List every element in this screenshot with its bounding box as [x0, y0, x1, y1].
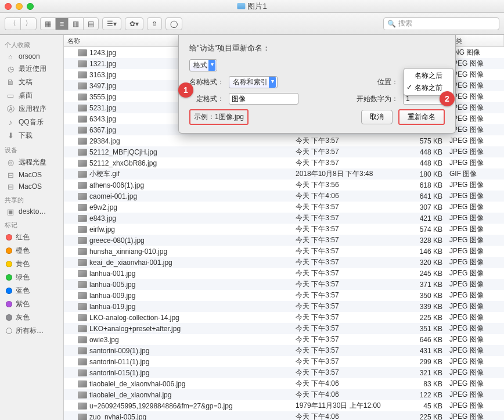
search-input[interactable]: 🔍 搜索 [383, 17, 499, 30]
table-row[interactable]: e9w2.jpg今天 下午3:57307 KBJPEG 图像 [64, 202, 504, 213]
sidebar-item[interactable]: ⊟MacOS [0, 181, 63, 192]
thumbnail-icon [78, 49, 87, 56]
tag-icon [6, 328, 12, 334]
table-row[interactable]: santorini-011(1).jpg今天 下午3:57299 KBJPEG … [64, 356, 504, 367]
file-date: 今天 下午3:57 [292, 279, 405, 289]
custom-format-input[interactable] [229, 93, 298, 105]
file-date: 今天 下午3:57 [292, 224, 405, 234]
thumbnail-icon [78, 314, 87, 321]
file-size: 146 KB [405, 247, 446, 256]
file-size: 245 KB [405, 270, 446, 278]
sidebar-item[interactable]: ♪QQ音乐 [0, 116, 63, 129]
callout-2: 2 [440, 91, 455, 106]
sidebar-item[interactable]: 绿色 [0, 271, 63, 284]
thumbnail-icon [78, 182, 87, 189]
share-button[interactable]: ⇧ [147, 17, 162, 30]
icon-view-button[interactable]: ▦ [40, 17, 55, 30]
table-row[interactable]: lanhua-005.jpg今天 下午3:57371 KBJPEG 图像 [64, 279, 504, 290]
forward-button[interactable]: 〉 [20, 17, 37, 30]
custom-format-label: 定格式： [189, 94, 224, 104]
table-row[interactable]: 52112_MBFjQCjH.jpg今天 下午3:57448 KBJPEG 图像 [64, 146, 504, 157]
sidebar-item[interactable]: ⬇下载 [0, 129, 63, 142]
cancel-button[interactable]: 取消 [361, 110, 393, 124]
sidebar-item[interactable]: ▭桌面 [0, 89, 63, 102]
action-button[interactable]: ✿▾ [125, 17, 143, 30]
sidebar-item[interactable]: ⌂orsoon [0, 51, 63, 62]
table-row[interactable]: tiaobalei_de_xiaonvhai-006.jpg今天 下午4:068… [64, 378, 504, 389]
file-name: 小梗车.gif [64, 169, 292, 179]
rename-button[interactable]: 重新命名 [398, 109, 445, 125]
table-row[interactable]: santorini-009(1).jpg今天 下午3:57431 KBJPEG … [64, 345, 504, 356]
file-date: 今天 下午3:57 [292, 335, 405, 344]
search-icon: 🔍 [387, 20, 396, 28]
thumbnail-icon [78, 60, 87, 67]
table-row[interactable]: athens-006(1).jpg今天 下午3:56618 KBJPEG 图像 [64, 180, 504, 191]
table-row[interactable]: tiaobalei_de_xiaonvhai.jpg今天 下午4:06122 K… [64, 389, 504, 400]
table-row[interactable]: greece-080(1).jpg今天 下午3:57328 KBJPEG 图像 [64, 235, 504, 246]
table-row[interactable]: eirfw.jpg今天 下午3:57574 KBJPEG 图像 [64, 224, 504, 235]
file-date: 今天 下午4:06 [292, 191, 405, 201]
sidebar-item[interactable]: 所有标… [0, 324, 63, 338]
sidebar-item[interactable]: 🗎文稿 [0, 76, 63, 89]
arrange-button[interactable]: ☰▾ [102, 17, 121, 30]
close-icon[interactable] [5, 3, 12, 10]
sidebar-icon: ▣ [6, 207, 15, 216]
table-row[interactable]: caomei-001.jpg今天 下午4:06641 KBJPEG 图像 [64, 191, 504, 202]
sidebar-item[interactable]: ⊟MacOS [0, 169, 63, 181]
sidebar-item[interactable]: ◷最近使用 [0, 62, 63, 76]
sidebar-item[interactable]: ▣deskto… [0, 206, 63, 217]
table-row[interactable]: hunsha_xinniang-010.jpg今天 下午3:57146 KBJP… [64, 246, 504, 257]
file-size: 299 KB [405, 358, 446, 366]
name-format-select[interactable]: 名称和索引 [229, 76, 278, 88]
tags-button[interactable]: ◯ [165, 17, 182, 30]
file-size: 339 KB [405, 303, 446, 311]
back-button[interactable]: 〈 [5, 17, 20, 30]
file-date: 今天 下午3:56 [292, 180, 405, 190]
file-kind: JPEG 图像 [446, 335, 504, 344]
sidebar-item[interactable]: ◎远程光盘 [0, 156, 63, 169]
table-row[interactable]: lanhua-001.jpg今天 下午3:57245 KBJPEG 图像 [64, 268, 504, 279]
file-date: 今天 下午4:06 [292, 379, 405, 389]
table-row[interactable]: e843.jpg今天 下午3:57421 KBJPEG 图像 [64, 213, 504, 224]
thumbnail-icon [78, 380, 87, 387]
sidebar-item[interactable]: 紫色 [0, 297, 63, 311]
thumbnail-icon [78, 248, 87, 255]
table-row[interactable]: santorini-015(1).jpg今天 下午3:57321 KBJPEG … [64, 367, 504, 378]
file-date: 今天 下午3:57 [292, 257, 405, 267]
file-size: 646 KB [405, 336, 446, 344]
column-view-button[interactable]: ▥ [68, 17, 83, 30]
sidebar-item[interactable]: 橙色 [0, 244, 63, 257]
zoom-icon[interactable] [27, 3, 34, 10]
sidebar-item[interactable]: 黄色 [0, 257, 63, 271]
table-row[interactable]: lanhua-009.jpg今天 下午3:57350 KBJPEG 图像 [64, 290, 504, 301]
file-kind: JPEG 图像 [446, 313, 504, 322]
position-after[interactable]: 名称之后 [404, 70, 453, 82]
thumbnail-icon [78, 369, 87, 376]
sidebar-item[interactable]: 灰色 [0, 311, 63, 324]
thumbnail-icon [78, 149, 87, 156]
list-view-button[interactable]: ≡ [55, 17, 68, 30]
table-row[interactable]: u=2609245995,1929884886&fm=27&gp=0.jpg19… [64, 400, 504, 411]
sidebar-item[interactable]: 蓝色 [0, 284, 63, 297]
file-date: 今天 下午3:57 [292, 147, 405, 157]
table-row[interactable]: 29384.jpg今天 下午3:57575 KBJPEG 图像 [64, 135, 504, 146]
table-row[interactable]: lanhua-019.jpg今天 下午3:57339 KBJPEG 图像 [64, 301, 504, 312]
sidebar-item[interactable]: Ⓐ应用程序 [0, 102, 63, 116]
mode-select[interactable]: 格式 [189, 59, 217, 71]
callout-1: 1 [178, 82, 193, 98]
table-row[interactable]: 52112_xhxGbR86.jpg今天 下午3:57448 KBJPEG 图像 [64, 157, 504, 168]
table-row[interactable]: owie3.jpg今天 下午3:57646 KBJPEG 图像 [64, 334, 504, 345]
table-row[interactable]: LKO-analog-collection-14.jpg今天 下午3:57225… [64, 312, 504, 323]
table-row[interactable]: LKO+analog+preset+after.jpg今天 下午3:57351 … [64, 323, 504, 334]
tag-icon [6, 274, 12, 281]
table-row[interactable]: 小梗车.gif2018年10月8日 下午3:48180 KBGIF 图像 [64, 168, 504, 180]
gallery-view-button[interactable]: ▤ [83, 17, 99, 30]
sidebar-item[interactable]: 红色 [0, 231, 63, 244]
minimize-icon[interactable] [16, 3, 23, 10]
table-row[interactable]: keai_de_xiaonvhai-001.jpg今天 下午3:57320 KB… [64, 257, 504, 268]
file-kind: JPEG 图像 [446, 202, 504, 212]
file-kind: JPEG 图像 [446, 390, 504, 400]
table-row[interactable]: zuo_nvhai-005.jpg今天 下午4:06225 KBJPEG 图像 [64, 411, 504, 420]
thumbnail-icon [78, 237, 87, 244]
file-kind: JPEG 图像 [446, 412, 504, 420]
